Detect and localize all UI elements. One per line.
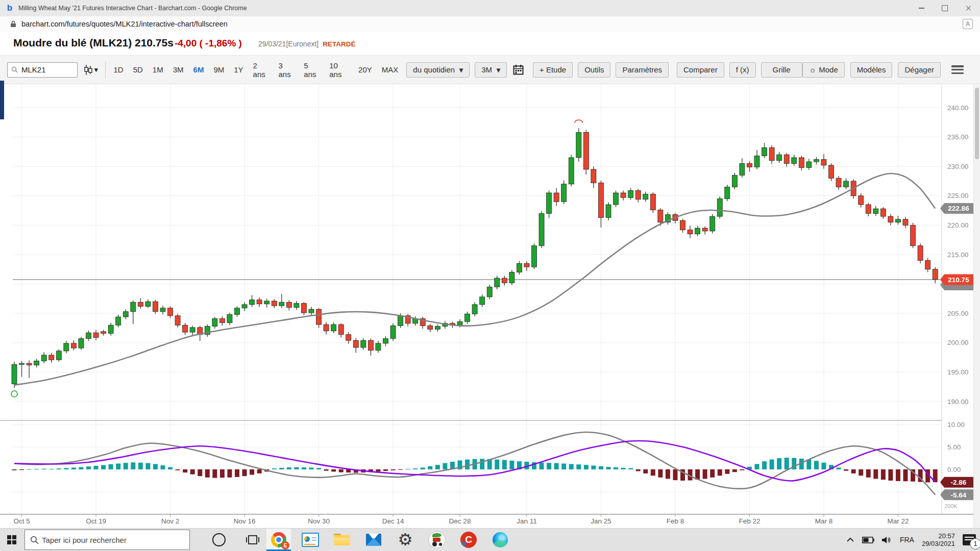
candle-body <box>866 205 871 213</box>
battery-icon[interactable] <box>862 537 874 543</box>
period-select[interactable]: 3M <box>475 62 507 78</box>
x-axis-label: Feb 22 <box>739 517 760 525</box>
mode-button[interactable]: Mode <box>802 62 845 78</box>
symbol-search-box[interactable] <box>7 62 78 78</box>
range-10ans[interactable]: 10 ans <box>329 61 349 79</box>
x-axis-label: Mar 8 <box>815 517 833 525</box>
macd-histogram-bar <box>138 463 143 469</box>
minimize-button[interactable] <box>910 0 933 16</box>
range-20Y[interactable]: 20Y <box>358 65 372 74</box>
x-axis-label: Nov 16 <box>234 517 256 525</box>
tools-button[interactable]: Outils <box>578 62 610 78</box>
tray-chevron-icon[interactable] <box>846 537 854 542</box>
add-study-button[interactable]: + Etude <box>533 62 573 78</box>
calendar-button[interactable] <box>512 64 525 75</box>
candle-body <box>658 210 663 222</box>
models-button[interactable]: Modèles <box>850 62 893 78</box>
candle-body <box>806 162 812 168</box>
chart-type-button[interactable]: ▾ <box>84 65 98 75</box>
candle-body <box>131 302 136 311</box>
range-6M[interactable]: 6M <box>193 65 204 74</box>
grid-button[interactable]: Grille <box>761 62 802 78</box>
macd-histogram-bar <box>331 469 336 471</box>
macd-histogram-bar <box>220 469 225 478</box>
peak-annotation-arc[interactable] <box>575 120 583 123</box>
candle-body <box>829 165 834 178</box>
compare-button[interactable]: Comparer <box>677 62 724 78</box>
start-annotation-circle[interactable] <box>11 391 17 397</box>
range-1D[interactable]: 1D <box>113 65 123 74</box>
symbol-input[interactable] <box>20 65 74 74</box>
macd-histogram-bar <box>821 463 826 469</box>
macd-line <box>14 432 935 495</box>
scrollbar-thumb[interactable] <box>975 88 979 159</box>
candle-body <box>301 304 306 313</box>
volume-axis-label: 200K <box>944 503 958 509</box>
candle-body <box>272 301 277 306</box>
range-9M[interactable]: 9M <box>213 65 224 74</box>
taskbar-app-edge[interactable] <box>488 529 512 551</box>
taskbar-clock[interactable]: 20:57 29/03/2021 <box>922 532 955 547</box>
page-scrollbar[interactable] <box>973 85 980 529</box>
candle-body <box>457 321 462 325</box>
x-axis-label: Jan 11 <box>517 517 537 525</box>
frequency-select[interactable]: du quotidien <box>406 62 470 78</box>
range-MAX[interactable]: MAX <box>382 65 399 74</box>
taskbar-app-dashboard[interactable] <box>298 529 323 551</box>
maximize-icon <box>942 5 948 11</box>
task-view-icon[interactable] <box>246 535 259 545</box>
close-button[interactable] <box>957 0 980 16</box>
range-1M[interactable]: 1M <box>153 65 163 74</box>
keyboard-language[interactable]: FRA <box>900 536 914 544</box>
macd-histogram-bar <box>509 461 514 469</box>
candle-body <box>390 325 396 338</box>
macd-histogram-bar <box>116 464 120 469</box>
macd-histogram-bar <box>124 463 128 469</box>
candle-body <box>472 305 477 314</box>
macd-histogram-bar <box>309 467 314 469</box>
settings-button[interactable]: Paramètres <box>616 62 669 78</box>
macd-histogram-bar <box>101 465 106 469</box>
clear-button[interactable]: Dégager <box>898 62 941 78</box>
candle-body <box>933 269 938 280</box>
start-button[interactable] <box>0 529 23 551</box>
range-5D[interactable]: 5D <box>133 65 143 74</box>
taskbar-app-chrome[interactable]: E <box>266 529 291 551</box>
taskbar-app-settings[interactable]: ⚙ <box>393 529 418 551</box>
candle-body <box>903 219 908 226</box>
url-text[interactable]: barchart.com/futures/quotes/MLK21/intera… <box>21 20 228 28</box>
candle-body <box>264 301 270 304</box>
translate-icon[interactable]: A <box>963 19 973 29</box>
taskbar-app-ccleaner[interactable]: C <box>456 529 481 551</box>
range-5ans[interactable]: 5 ans <box>304 61 320 79</box>
candle-body <box>695 228 700 234</box>
address-bar[interactable]: barchart.com/futures/quotes/MLK21/intera… <box>0 16 980 32</box>
taskbar-app-farm[interactable] <box>425 529 449 551</box>
cortana-icon[interactable] <box>212 533 226 546</box>
volume-icon[interactable] <box>882 536 892 544</box>
macd-histogram-bar <box>859 469 863 475</box>
system-tray: FRA 20:57 29/03/2021 1 <box>846 532 976 547</box>
candle-body <box>116 317 121 325</box>
menu-icon[interactable] <box>951 65 964 74</box>
macd-histogram-bar <box>621 468 626 469</box>
candle-body <box>628 190 633 197</box>
macd-histogram-bar <box>428 466 432 469</box>
fx-button[interactable]: f (x) <box>729 62 756 78</box>
taskbar-app-mail[interactable] <box>361 529 386 551</box>
candle-body <box>138 302 143 306</box>
range-3M[interactable]: 3M <box>173 65 184 74</box>
lock-icon[interactable] <box>10 20 16 28</box>
price-tick-label: 215.00 <box>947 251 968 259</box>
range-3ans[interactable]: 3 ans <box>278 61 294 79</box>
macd-histogram-bar <box>866 469 871 478</box>
maximize-button[interactable] <box>933 0 957 16</box>
range-2ans[interactable]: 2 ans <box>253 61 269 79</box>
taskbar-search[interactable]: Taper ici pour rechercher <box>24 530 190 550</box>
range-1Y[interactable]: 1Y <box>234 65 243 74</box>
macd-histogram-bar <box>806 460 811 469</box>
action-center-icon[interactable]: 1 <box>963 534 976 545</box>
taskbar-app-file-explorer[interactable] <box>330 529 354 551</box>
taskbar-search-placeholder: Taper ici pour rechercher <box>42 536 127 544</box>
macd-histogram-bar <box>673 469 677 480</box>
